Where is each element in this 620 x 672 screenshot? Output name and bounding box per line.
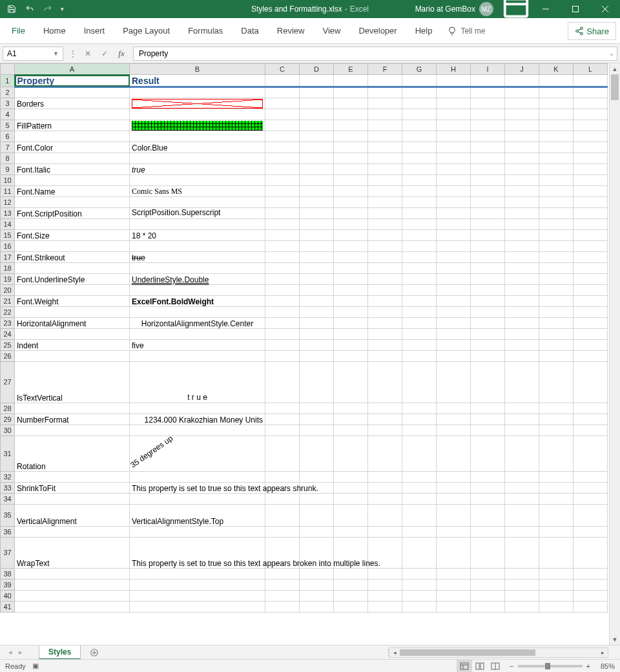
tell-me-search[interactable]: Tell me: [448, 26, 485, 36]
cell[interactable]: [300, 436, 334, 471]
cell[interactable]: [402, 262, 437, 273]
undo-icon[interactable]: [22, 2, 37, 16]
row-header[interactable]: 40: [1, 590, 15, 601]
cell-B33[interactable]: This property is set to true so this tex…: [130, 482, 265, 493]
cell[interactable]: [265, 229, 300, 240]
cell[interactable]: [437, 131, 471, 142]
cell[interactable]: [437, 109, 471, 120]
cell[interactable]: [265, 218, 300, 229]
cell[interactable]: [471, 262, 505, 273]
cell[interactable]: [574, 317, 608, 328]
cell[interactable]: [505, 568, 539, 579]
cell[interactable]: [334, 262, 368, 273]
cell[interactable]: [130, 601, 265, 612]
cell[interactable]: [574, 284, 608, 295]
cell[interactable]: [368, 262, 402, 273]
cell[interactable]: [505, 471, 539, 482]
cell[interactable]: [265, 425, 300, 436]
user-name[interactable]: Mario at GemBox: [415, 5, 475, 14]
cell[interactable]: [437, 403, 471, 414]
cell[interactable]: [368, 75, 402, 87]
cell[interactable]: [505, 425, 539, 436]
cell[interactable]: [437, 120, 471, 131]
cell[interactable]: [505, 361, 539, 403]
cell[interactable]: [539, 251, 574, 262]
row-header[interactable]: 4: [1, 109, 15, 120]
cell[interactable]: [402, 207, 437, 218]
cell[interactable]: [574, 414, 608, 425]
cell[interactable]: [265, 436, 300, 471]
cell[interactable]: [539, 75, 574, 87]
cell[interactable]: [130, 579, 265, 590]
cell[interactable]: [15, 579, 130, 590]
redo-icon[interactable]: [40, 2, 56, 16]
cell[interactable]: [574, 526, 608, 537]
cell[interactable]: [368, 471, 402, 482]
cell[interactable]: [574, 590, 608, 601]
cell[interactable]: [265, 273, 300, 284]
cell[interactable]: [368, 306, 402, 317]
cell[interactable]: [574, 504, 608, 526]
cell[interactable]: [402, 306, 437, 317]
cell[interactable]: [471, 504, 505, 526]
cell[interactable]: [574, 229, 608, 240]
cell[interactable]: [300, 317, 334, 328]
row-header[interactable]: 31: [1, 436, 15, 471]
cell-A23[interactable]: HorizontalAlignment: [15, 317, 130, 328]
cell[interactable]: [574, 218, 608, 229]
cell[interactable]: [368, 207, 402, 218]
cell[interactable]: [574, 579, 608, 590]
tab-insert[interactable]: Insert: [75, 18, 114, 43]
cell[interactable]: [300, 350, 334, 361]
formula-input[interactable]: Property ⌄: [133, 47, 617, 61]
cell[interactable]: [471, 229, 505, 240]
cell[interactable]: [539, 295, 574, 306]
cell[interactable]: [300, 504, 334, 526]
cell[interactable]: [265, 75, 300, 87]
cell[interactable]: [437, 601, 471, 612]
cell[interactable]: [539, 493, 574, 504]
grid[interactable]: A B C D E F G H I J K L 1PropertyResult …: [0, 63, 620, 645]
cell[interactable]: [368, 590, 402, 601]
cell[interactable]: [437, 579, 471, 590]
cell[interactable]: [402, 163, 437, 174]
cell[interactable]: [300, 493, 334, 504]
cell[interactable]: [300, 284, 334, 295]
chevron-down-icon[interactable]: ▼: [53, 50, 59, 57]
cell[interactable]: [539, 601, 574, 612]
cell[interactable]: [539, 196, 574, 207]
cell[interactable]: [402, 425, 437, 436]
cell[interactable]: [505, 403, 539, 414]
cell[interactable]: [300, 120, 334, 131]
scroll-down-icon[interactable]: ▼: [610, 634, 620, 645]
cell[interactable]: [334, 526, 368, 537]
cell[interactable]: [402, 98, 437, 109]
cell[interactable]: [574, 493, 608, 504]
cell-B35[interactable]: VerticalAlignmentStyle.Top: [130, 504, 265, 526]
cell[interactable]: [402, 317, 437, 328]
col-header[interactable]: A: [15, 64, 130, 75]
cell[interactable]: [437, 414, 471, 425]
cell[interactable]: [368, 142, 402, 152]
zoom-thumb[interactable]: [545, 663, 550, 669]
cell[interactable]: [539, 568, 574, 579]
row-header[interactable]: 37: [1, 537, 15, 568]
cell[interactable]: [539, 174, 574, 185]
cell[interactable]: [505, 273, 539, 284]
cell[interactable]: [368, 152, 402, 163]
cell[interactable]: [130, 131, 265, 142]
cell[interactable]: [15, 306, 130, 317]
cell[interactable]: [539, 526, 574, 537]
cell[interactable]: [334, 251, 368, 262]
col-header[interactable]: F: [368, 64, 402, 75]
cell[interactable]: [402, 403, 437, 414]
cell[interactable]: [402, 273, 437, 284]
cell[interactable]: [437, 207, 471, 218]
cell[interactable]: [539, 306, 574, 317]
cell-A21[interactable]: Font.Weight: [15, 295, 130, 306]
cell[interactable]: [471, 120, 505, 131]
cell[interactable]: [402, 350, 437, 361]
cell[interactable]: [15, 131, 130, 142]
cell[interactable]: [334, 361, 368, 403]
cell[interactable]: [574, 75, 608, 87]
